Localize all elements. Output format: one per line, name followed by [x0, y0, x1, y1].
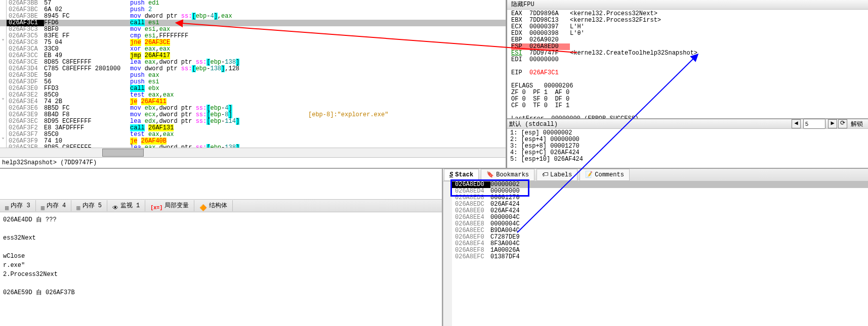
- tab-labels[interactable]: 🏷 Labels: [536, 169, 577, 181]
- stack-highlight-box: [450, 179, 529, 197]
- disasm-row[interactable]: ˅026AF3E474 2Bje 26AF411: [0, 99, 506, 105]
- next-button[interactable]: ▶: [828, 119, 837, 128]
- disasm-row[interactable]: 026AF3F2E8 3AFDFFFFcall 26AF131: [0, 125, 506, 131]
- disasm-row[interactable]: 026AF3CA33C0xor eax,eax: [0, 46, 506, 53]
- stack-view[interactable]: 026A8ED000000002026A8ED400000000026A8ED8…: [452, 181, 868, 326]
- disasm-hscroll[interactable]: [0, 148, 506, 157]
- tab-comments[interactable]: 📝 Comments: [580, 169, 630, 181]
- stack-row[interactable]: 026A8EFC01387DF4: [452, 254, 868, 260]
- tab-局部变量[interactable]: [x=]局部变量: [145, 200, 194, 211]
- tab-内存 4[interactable]: ▦内存 4: [36, 200, 72, 211]
- log-view[interactable]: 026AE4DD 自 ??? ess32Next wCloser.exe"2.P…: [0, 212, 442, 326]
- register-panel[interactable]: 隐藏FPU EAX7DD9896A<kernel32.Process32Next…: [507, 0, 868, 118]
- tab-内存 3[interactable]: ▦内存 3: [0, 200, 36, 211]
- watch-count-input[interactable]: [803, 119, 825, 129]
- disasm-row[interactable]: 026AF3C38BF0mov esi,eax: [0, 26, 506, 33]
- disasm-row[interactable]: 026AF3BE8945 FCmov dword ptr ss:[ebp-4],…: [0, 13, 506, 20]
- disasm-row[interactable]: 026AF3F785C0test eax,eax: [0, 131, 506, 138]
- disasm-row[interactable]: 026AF3C583FE FFcmp esi,FFFFFFFF: [0, 33, 506, 39]
- prev-button[interactable]: ◀: [792, 119, 801, 128]
- disasm-row[interactable]: 026AF3DF56push esi: [0, 79, 506, 85]
- refresh-button[interactable]: ⟳: [838, 119, 847, 128]
- disasm-row[interactable]: 026AF3BB57push edi: [0, 0, 506, 7]
- reg-title[interactable]: 隐藏FPU: [507, 0, 868, 10]
- disasm-row[interactable]: 026AF3E285C0test eax,eax: [0, 92, 506, 99]
- lock-button[interactable]: 解锁: [848, 120, 866, 128]
- disasm-row[interactable]: 026AF3DE50push eax: [0, 72, 506, 79]
- tab-结构体[interactable]: 🔶结构体: [194, 200, 233, 211]
- calling-convention[interactable]: 默认 (stdcall): [509, 120, 558, 128]
- disasm-row[interactable]: 026AF3BC6A 02push 2: [0, 7, 506, 13]
- info-bar: help32Snapshot> (7DD9747F): [0, 157, 506, 168]
- disasm-row[interactable]: ˅026AF3C875 04jne 26AF3CE: [0, 39, 506, 46]
- disasm-row[interactable]: 026AF3C1FFD6call esi: [0, 20, 506, 26]
- watch-items[interactable]: 1: [esp] 000000022: [esp+4] 000000003: […: [507, 129, 868, 164]
- disasm-row[interactable]: 026AF3E0FFD3call ebx: [0, 85, 506, 92]
- tab-监视 1[interactable]: 👁监视 1: [107, 200, 145, 211]
- disasm-row[interactable]: 026AF3D4C785 C8FEFFFF 2801000mov dword p…: [0, 66, 506, 72]
- disasm-row[interactable]: 026AF3E68B5D FCmov ebx,dword ptr ss:[ebp…: [0, 105, 506, 112]
- tab-内存 5[interactable]: ▦内存 5: [71, 200, 107, 211]
- memory-tabs[interactable]: ▦内存 3▦内存 4▦内存 5👁监视 1[x=]局部变量🔶结构体: [0, 199, 442, 212]
- watch-toolbar[interactable]: 默认 (stdcall) ◀ ▶ ⟳ 解锁: [507, 119, 868, 129]
- stack-vscroll[interactable]: [443, 181, 452, 326]
- disassembly-view[interactable]: 026AF3BB57push edi026AF3BC6A 02push 2026…: [0, 0, 506, 148]
